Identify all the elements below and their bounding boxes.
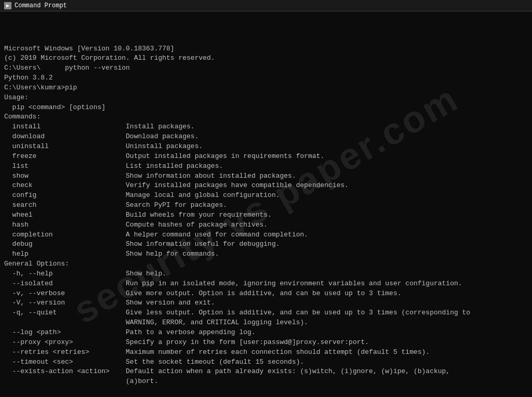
- terminal-line: --timeout <sec> Set the socket timeout (…: [4, 358, 528, 367]
- terminal-line: Usage:: [4, 93, 528, 103]
- terminal-line: -h, --help Show help.: [4, 269, 528, 279]
- terminal-line: WARNING, ERROR, and CRITICAL logging lev…: [4, 318, 528, 328]
- terminal-line: -V, --version Show version and exit.: [4, 298, 528, 308]
- terminal-line: C:\Users\kumra>pip: [4, 83, 528, 93]
- terminal-line: (a)bort.: [4, 377, 528, 387]
- terminal-line: uninstall Uninstall packages.: [4, 142, 528, 152]
- terminal-line: debug Show information useful for debugg…: [4, 240, 528, 249]
- terminal-body: security vs paper.com Microsoft Windows …: [0, 11, 532, 397]
- terminal-line: --exists-action <action> Default action …: [4, 367, 528, 377]
- terminal-line: check Verify installed packages have com…: [4, 181, 528, 191]
- window-title: Command Prompt: [15, 2, 67, 9]
- terminal-line: config Manage local and global configura…: [4, 191, 528, 201]
- terminal-line: freeze Output installed packages in requ…: [4, 152, 528, 162]
- terminal-line: wheel Build wheels from your requirement…: [4, 210, 528, 220]
- terminal-line: -v, --verbose Give more output. Option i…: [4, 289, 528, 299]
- terminal-line: --isolated Run pip in an isolated mode, …: [4, 279, 528, 289]
- terminal-line: General Options:: [4, 259, 528, 269]
- terminal-line: --proxy <proxy> Specify a proxy in the f…: [4, 338, 528, 348]
- terminal-line: hash Compute hashes of package archives.: [4, 220, 528, 230]
- terminal-line: Microsoft Windows [Version 10.0.18363.77…: [4, 44, 528, 54]
- terminal-line: show Show information about installed pa…: [4, 171, 528, 181]
- terminal-line: Commands:: [4, 112, 528, 122]
- terminal-line: pip <command> [options]: [4, 103, 528, 113]
- terminal-line: completion A helper command used for com…: [4, 230, 528, 240]
- terminal-line: --log <path> Path to a verbose appending…: [4, 328, 528, 338]
- terminal-line: Python 3.8.2: [4, 73, 528, 83]
- terminal-line: (c) 2019 Microsoft Corporation. All righ…: [4, 54, 528, 63]
- terminal-line: help Show help for commands.: [4, 249, 528, 259]
- terminal-line: --retries <retries> Maximum number of re…: [4, 348, 528, 358]
- title-bar: ▶ Command Prompt: [0, 0, 532, 11]
- terminal-line: C:\Users\ python --version: [4, 63, 528, 73]
- terminal-line: search Search PyPI for packages.: [4, 201, 528, 210]
- terminal-line: -q, --quiet Give less output. Option is …: [4, 308, 528, 318]
- terminal-line: list List installed packages.: [4, 162, 528, 171]
- cmd-icon: ▶: [4, 2, 11, 9]
- terminal-content: Microsoft Windows [Version 10.0.18363.77…: [4, 44, 528, 387]
- terminal-line: download Download packages.: [4, 132, 528, 142]
- terminal-line: install Install packages.: [4, 122, 528, 132]
